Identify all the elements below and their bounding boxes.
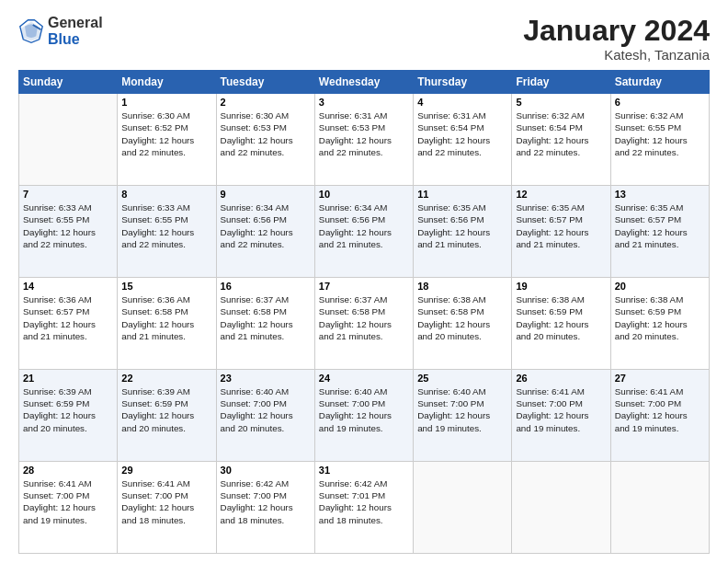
col-monday: Monday xyxy=(118,71,216,94)
day-number: 23 xyxy=(221,373,311,384)
day-info: Sunrise: 6:33 AMSunset: 6:55 PMDaylight:… xyxy=(121,201,211,250)
table-row: 30Sunrise: 6:42 AMSunset: 7:00 PMDayligh… xyxy=(216,462,314,554)
title-block: January 2024 Katesh, Tanzania xyxy=(523,15,710,63)
day-info: Sunrise: 6:35 AMSunset: 6:56 PMDaylight:… xyxy=(417,201,507,250)
table-row: 28Sunrise: 6:41 AMSunset: 7:00 PMDayligh… xyxy=(19,462,118,554)
table-row: 6Sunrise: 6:32 AMSunset: 6:55 PMDaylight… xyxy=(610,94,709,186)
day-number: 14 xyxy=(23,281,113,292)
day-info: Sunrise: 6:40 AMSunset: 7:00 PMDaylight:… xyxy=(417,385,507,434)
day-info: Sunrise: 6:35 AMSunset: 6:57 PMDaylight:… xyxy=(516,201,606,250)
day-number: 22 xyxy=(121,373,211,384)
day-info: Sunrise: 6:32 AMSunset: 6:54 PMDaylight:… xyxy=(516,109,606,158)
table-row xyxy=(610,462,709,554)
day-number: 20 xyxy=(615,281,705,292)
calendar-week-row: 28Sunrise: 6:41 AMSunset: 7:00 PMDayligh… xyxy=(19,462,710,554)
day-info: Sunrise: 6:36 AMSunset: 6:57 PMDaylight:… xyxy=(23,293,113,342)
table-row: 26Sunrise: 6:41 AMSunset: 7:00 PMDayligh… xyxy=(512,370,610,462)
day-number: 18 xyxy=(417,281,507,292)
table-row: 4Sunrise: 6:31 AMSunset: 6:54 PMDaylight… xyxy=(414,94,512,186)
col-saturday: Saturday xyxy=(610,71,709,94)
day-info: Sunrise: 6:38 AMSunset: 6:59 PMDaylight:… xyxy=(615,293,705,342)
table-row: 21Sunrise: 6:39 AMSunset: 6:59 PMDayligh… xyxy=(19,370,118,462)
day-info: Sunrise: 6:39 AMSunset: 6:59 PMDaylight:… xyxy=(23,385,113,434)
table-row: 11Sunrise: 6:35 AMSunset: 6:56 PMDayligh… xyxy=(414,186,512,278)
day-number: 19 xyxy=(516,281,606,292)
day-number: 25 xyxy=(417,373,507,384)
day-number: 4 xyxy=(417,97,507,108)
table-row: 22Sunrise: 6:39 AMSunset: 6:59 PMDayligh… xyxy=(118,370,216,462)
calendar-week-row: 14Sunrise: 6:36 AMSunset: 6:57 PMDayligh… xyxy=(19,278,710,370)
day-info: Sunrise: 6:41 AMSunset: 7:00 PMDaylight:… xyxy=(516,385,606,434)
table-row: 20Sunrise: 6:38 AMSunset: 6:59 PMDayligh… xyxy=(610,278,709,370)
table-row: 7Sunrise: 6:33 AMSunset: 6:55 PMDaylight… xyxy=(19,186,118,278)
day-number: 30 xyxy=(221,465,311,476)
col-thursday: Thursday xyxy=(414,71,512,94)
day-info: Sunrise: 6:30 AMSunset: 6:52 PMDaylight:… xyxy=(121,109,211,158)
day-info: Sunrise: 6:38 AMSunset: 6:59 PMDaylight:… xyxy=(516,293,606,342)
calendar-week-row: 21Sunrise: 6:39 AMSunset: 6:59 PMDayligh… xyxy=(19,370,710,462)
day-number: 1 xyxy=(121,97,211,108)
day-info: Sunrise: 6:32 AMSunset: 6:55 PMDaylight:… xyxy=(615,109,705,158)
day-info: Sunrise: 6:41 AMSunset: 7:00 PMDaylight:… xyxy=(23,477,113,526)
day-number: 9 xyxy=(221,189,311,200)
table-row: 14Sunrise: 6:36 AMSunset: 6:57 PMDayligh… xyxy=(19,278,118,370)
table-row: 23Sunrise: 6:40 AMSunset: 7:00 PMDayligh… xyxy=(216,370,314,462)
calendar-header-row: Sunday Monday Tuesday Wednesday Thursday… xyxy=(19,71,710,94)
day-info: Sunrise: 6:34 AMSunset: 6:56 PMDaylight:… xyxy=(319,201,409,250)
calendar-week-row: 7Sunrise: 6:33 AMSunset: 6:55 PMDaylight… xyxy=(19,186,710,278)
logo: General Blue xyxy=(18,15,103,47)
day-number: 10 xyxy=(319,189,409,200)
logo-general: General xyxy=(48,15,103,31)
table-row xyxy=(414,462,512,554)
day-info: Sunrise: 6:41 AMSunset: 7:00 PMDaylight:… xyxy=(615,385,705,434)
location: Katesh, Tanzania xyxy=(523,47,710,63)
day-number: 29 xyxy=(121,465,211,476)
table-row xyxy=(512,462,610,554)
day-number: 6 xyxy=(615,97,705,108)
day-info: Sunrise: 6:37 AMSunset: 6:58 PMDaylight:… xyxy=(221,293,311,342)
day-number: 26 xyxy=(516,373,606,384)
calendar-table: Sunday Monday Tuesday Wednesday Thursday… xyxy=(18,70,710,554)
day-info: Sunrise: 6:38 AMSunset: 6:58 PMDaylight:… xyxy=(417,293,507,342)
table-row: 9Sunrise: 6:34 AMSunset: 6:56 PMDaylight… xyxy=(216,186,314,278)
day-info: Sunrise: 6:42 AMSunset: 7:00 PMDaylight:… xyxy=(221,477,311,526)
day-number: 21 xyxy=(23,373,113,384)
day-number: 13 xyxy=(615,189,705,200)
header: General Blue January 2024 Katesh, Tanzan… xyxy=(18,15,710,63)
table-row: 27Sunrise: 6:41 AMSunset: 7:00 PMDayligh… xyxy=(610,370,709,462)
day-number: 7 xyxy=(23,189,113,200)
table-row xyxy=(19,94,118,186)
logo-text: General Blue xyxy=(48,15,103,47)
table-row: 1Sunrise: 6:30 AMSunset: 6:52 PMDaylight… xyxy=(118,94,216,186)
col-tuesday: Tuesday xyxy=(216,71,314,94)
table-row: 16Sunrise: 6:37 AMSunset: 6:58 PMDayligh… xyxy=(216,278,314,370)
day-info: Sunrise: 6:39 AMSunset: 6:59 PMDaylight:… xyxy=(121,385,211,434)
logo-icon xyxy=(18,18,44,44)
col-sunday: Sunday xyxy=(19,71,118,94)
table-row: 18Sunrise: 6:38 AMSunset: 6:58 PMDayligh… xyxy=(414,278,512,370)
table-row: 25Sunrise: 6:40 AMSunset: 7:00 PMDayligh… xyxy=(414,370,512,462)
table-row: 3Sunrise: 6:31 AMSunset: 6:53 PMDaylight… xyxy=(314,94,413,186)
day-number: 27 xyxy=(615,373,705,384)
table-row: 29Sunrise: 6:41 AMSunset: 7:00 PMDayligh… xyxy=(118,462,216,554)
day-info: Sunrise: 6:36 AMSunset: 6:58 PMDaylight:… xyxy=(121,293,211,342)
day-info: Sunrise: 6:40 AMSunset: 7:00 PMDaylight:… xyxy=(221,385,311,434)
day-info: Sunrise: 6:35 AMSunset: 6:57 PMDaylight:… xyxy=(615,201,705,250)
day-info: Sunrise: 6:41 AMSunset: 7:00 PMDaylight:… xyxy=(121,477,211,526)
day-number: 16 xyxy=(221,281,311,292)
table-row: 19Sunrise: 6:38 AMSunset: 6:59 PMDayligh… xyxy=(512,278,610,370)
day-info: Sunrise: 6:34 AMSunset: 6:56 PMDaylight:… xyxy=(221,201,311,250)
day-number: 8 xyxy=(121,189,211,200)
day-info: Sunrise: 6:31 AMSunset: 6:53 PMDaylight:… xyxy=(319,109,409,158)
table-row: 31Sunrise: 6:42 AMSunset: 7:01 PMDayligh… xyxy=(314,462,413,554)
day-number: 11 xyxy=(417,189,507,200)
day-number: 12 xyxy=(516,189,606,200)
table-row: 17Sunrise: 6:37 AMSunset: 6:58 PMDayligh… xyxy=(314,278,413,370)
table-row: 24Sunrise: 6:40 AMSunset: 7:00 PMDayligh… xyxy=(314,370,413,462)
table-row: 15Sunrise: 6:36 AMSunset: 6:58 PMDayligh… xyxy=(118,278,216,370)
table-row: 2Sunrise: 6:30 AMSunset: 6:53 PMDaylight… xyxy=(216,94,314,186)
day-number: 31 xyxy=(319,465,409,476)
day-info: Sunrise: 6:31 AMSunset: 6:54 PMDaylight:… xyxy=(417,109,507,158)
day-number: 28 xyxy=(23,465,113,476)
day-info: Sunrise: 6:40 AMSunset: 7:00 PMDaylight:… xyxy=(319,385,409,434)
